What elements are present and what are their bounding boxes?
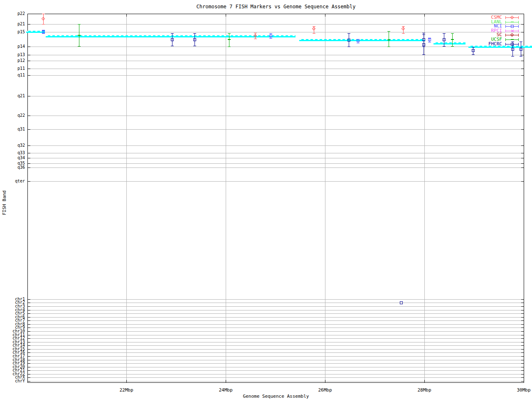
error-bar-cap	[347, 47, 350, 47]
legend-label: FHCRC	[436, 42, 502, 46]
error-bar-cap	[402, 33, 405, 34]
error-bar-cap	[451, 46, 454, 47]
error-bar-cap	[313, 33, 315, 34]
y-band-label: q21	[0, 94, 25, 98]
error-bar-cap	[254, 39, 257, 39]
error-bar-cap	[269, 33, 272, 34]
marker-square-icon	[472, 49, 475, 52]
error-bar-cap	[254, 33, 257, 33]
y-band-label: q36	[0, 165, 25, 170]
error-bar-cap	[422, 33, 425, 33]
error-bar-cap	[520, 42, 522, 42]
assembly-segment-dashes	[299, 39, 425, 40]
legend-sample-cap	[518, 16, 519, 19]
x-tick-label: 24Mbp	[212, 387, 239, 393]
y-band-label: p12	[0, 59, 25, 63]
marker-tick-icon	[78, 35, 81, 36]
error-bar-cap	[269, 38, 272, 39]
error-bar-cap	[443, 46, 446, 47]
y-band-label: q33	[0, 151, 25, 155]
error-bar-cap	[78, 46, 81, 47]
x-tick-label: 30Mbp	[510, 387, 532, 393]
error-bar-cap	[428, 42, 431, 42]
marker-square-icon	[171, 38, 174, 41]
error-bar-cap	[472, 54, 475, 55]
y-band-label: qter	[0, 179, 25, 183]
marker-tick-icon	[511, 22, 514, 22]
x-tick-label: 22Mbp	[113, 387, 140, 393]
error-bar-cap	[387, 31, 390, 32]
marker-tick-icon	[228, 39, 231, 40]
error-bar-cap	[511, 56, 514, 57]
y-band-label: q34	[0, 156, 25, 160]
error-bar-cap	[402, 26, 405, 27]
x-tick-label: 28Mbp	[411, 387, 438, 393]
marker-square-icon	[511, 43, 514, 46]
error-bar-cap	[511, 42, 514, 42]
plot-area: p22p21p15p14p13p12p11q11q21q22q31q32q33q…	[0, 0, 532, 399]
marker-square-icon	[422, 43, 425, 46]
error-bar-cap	[78, 24, 81, 25]
marker-tick-icon	[387, 39, 390, 40]
error-bar-cap	[193, 46, 196, 46]
error-bar-cap	[387, 47, 390, 47]
legend-sample-cap	[518, 38, 519, 41]
marker-square-icon	[269, 34, 272, 37]
legend-sample-cap	[505, 21, 506, 24]
error-bar-cap	[42, 14, 45, 14]
chart-canvas: Chromosome 7 FISH Markers vs Genome Sequ…	[0, 0, 532, 399]
marker-square-icon	[347, 39, 350, 42]
marker-square-icon	[42, 30, 45, 33]
error-bar-cap	[42, 24, 45, 25]
x-tick-label: 26Mbp	[311, 387, 339, 393]
legend-sample-cap	[505, 34, 506, 37]
legend-sample-cap	[518, 21, 519, 24]
error-bar-cap	[171, 46, 174, 46]
error-bar-cap	[228, 47, 231, 47]
legend-sample-cap	[518, 25, 519, 28]
y-band-label: p22	[0, 12, 25, 16]
marker-square-icon	[511, 48, 514, 51]
y-band-label: q11	[0, 73, 25, 77]
legend-sample-cap	[505, 38, 506, 41]
error-bar-cap	[171, 33, 174, 34]
y-band-label: q32	[0, 143, 25, 148]
legend-sample-cap	[505, 16, 506, 19]
marker-square-icon	[357, 39, 360, 42]
y-band-label: p13	[0, 53, 25, 57]
error-bar-cap	[422, 54, 425, 55]
plot-border	[27, 14, 524, 383]
y-band-label: p15	[0, 30, 25, 34]
legend-sample-cap	[518, 34, 519, 37]
error-bar-cap	[472, 47, 475, 47]
error-bar	[389, 31, 389, 47]
legend-sample-cap	[505, 30, 506, 32]
legend-sample-cap	[505, 43, 506, 46]
marker-square-icon	[428, 38, 431, 41]
y-band-label: p14	[0, 44, 25, 49]
error-bar-cap	[520, 56, 522, 57]
marker-tick-icon	[511, 39, 514, 40]
legend-sample-cap	[518, 43, 519, 46]
error-bar-cap	[42, 33, 45, 34]
error-bar-cap	[357, 43, 360, 43]
marker-square-icon	[193, 38, 196, 41]
y-band-label: q22	[0, 113, 25, 118]
error-bar-cap	[347, 33, 350, 34]
error-bar-cap	[193, 33, 196, 34]
marker-square-icon	[400, 301, 403, 304]
error-bar	[229, 33, 229, 47]
marker-square-icon	[520, 48, 522, 51]
legend-sample-cap	[518, 30, 519, 32]
y-band-label: p21	[0, 22, 25, 26]
y-band-label: p11	[0, 66, 25, 71]
legend-sample-cap	[505, 25, 506, 28]
y-band-label: chrY	[0, 379, 25, 383]
error-bar-cap	[422, 34, 425, 35]
error-bar-cap	[313, 26, 315, 27]
y-band-label: q31	[0, 127, 25, 131]
assembly-segment-dashes	[46, 35, 296, 36]
marker-square-icon	[511, 25, 514, 28]
error-bar-cap	[228, 33, 231, 34]
